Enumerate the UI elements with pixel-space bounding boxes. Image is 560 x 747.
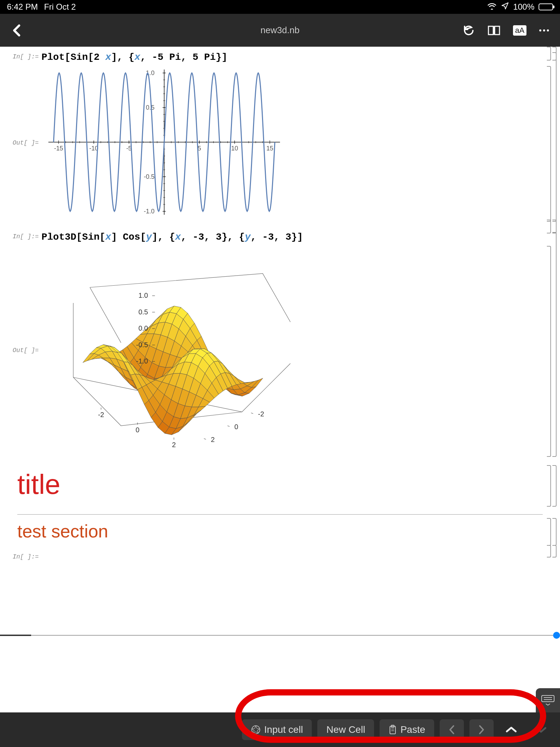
svg-point-1 <box>543 29 545 31</box>
out-label: Out[ ]= <box>0 139 41 146</box>
svg-text:15: 15 <box>267 145 273 152</box>
notebook-area[interactable]: In[ ]:= Plot[Sin[2 x], {x, -5 Pi, 5 Pi}]… <box>0 47 560 712</box>
svg-text:-1.0: -1.0 <box>144 208 155 215</box>
wolfram-icon <box>251 725 261 735</box>
svg-text:-15: -15 <box>54 145 63 152</box>
cell-insertion-cursor[interactable] <box>0 632 560 639</box>
new-cell-button[interactable]: New Cell <box>317 719 374 740</box>
svg-text:-2: -2 <box>258 410 264 418</box>
svg-text:-0.5: -0.5 <box>136 341 148 349</box>
svg-line-355 <box>204 439 206 439</box>
svg-text:2: 2 <box>211 436 215 443</box>
svg-text:-1.0: -1.0 <box>136 357 148 365</box>
cell-bracket[interactable] <box>543 246 557 455</box>
battery-icon <box>539 3 553 10</box>
status-date: Fri Oct 2 <box>44 2 76 12</box>
top-toolbar: new3d.nb aA <box>0 14 560 47</box>
title-cell[interactable]: title <box>0 455 560 511</box>
svg-line-351 <box>251 413 253 414</box>
collapse-up-button[interactable] <box>499 719 523 740</box>
input-code-3[interactable] <box>41 552 539 563</box>
svg-point-2 <box>547 29 549 31</box>
collapse-down-button[interactable] <box>529 719 553 740</box>
svg-line-353 <box>227 426 230 426</box>
in-label: In[ ]:= <box>0 52 41 60</box>
book-icon[interactable] <box>487 24 501 37</box>
in-label: In[ ]:= <box>0 552 41 560</box>
back-button[interactable] <box>10 24 24 37</box>
cell-bracket[interactable] <box>543 465 557 507</box>
keyboard-toggle[interactable] <box>536 688 560 712</box>
svg-text:0.5: 0.5 <box>146 104 155 111</box>
clipboard-icon <box>389 725 397 735</box>
refresh-button[interactable] <box>463 24 475 37</box>
in-label: In[ ]:= <box>0 232 41 240</box>
bottom-toolbar: Input cell New Cell Paste <box>0 712 560 747</box>
status-time: 6:42 PM <box>7 2 38 12</box>
document-title: new3d.nb <box>261 25 300 36</box>
input-code-1[interactable]: Plot[Sin[2 x], {x, -5 Pi, 5 Pi}] <box>41 52 539 63</box>
next-button[interactable] <box>469 719 494 740</box>
plot-output-1[interactable]: -15-10-551015-1.0-0.50.51.0 <box>41 66 283 218</box>
text-format-button[interactable]: aA <box>513 25 526 36</box>
cell-bracket[interactable] <box>543 545 557 563</box>
svg-rect-356 <box>542 695 554 702</box>
svg-text:-0.5: -0.5 <box>144 173 155 180</box>
prev-button[interactable] <box>440 719 464 740</box>
battery-percent: 100% <box>513 2 534 12</box>
more-button[interactable] <box>539 29 550 32</box>
out-label: Out[ ]= <box>0 347 41 354</box>
svg-point-0 <box>539 29 541 31</box>
wifi-icon <box>487 2 497 12</box>
plot3d-output[interactable]: -1.0-0.50.00.51.0-202-202 <box>41 246 297 453</box>
cell-bracket[interactable] <box>543 518 557 542</box>
section-cell[interactable]: test section <box>0 515 560 545</box>
svg-text:10: 10 <box>231 145 238 152</box>
cell-bracket[interactable] <box>543 66 557 220</box>
svg-text:1.0: 1.0 <box>138 292 148 299</box>
svg-text:-2: -2 <box>98 411 104 418</box>
svg-text:0.5: 0.5 <box>138 308 148 316</box>
location-icon <box>501 2 509 12</box>
svg-text:0: 0 <box>136 426 139 434</box>
paste-button[interactable]: Paste <box>380 719 434 740</box>
svg-text:0.0: 0.0 <box>138 324 148 332</box>
svg-text:2: 2 <box>172 441 176 449</box>
status-bar: 6:42 PM Fri Oct 2 100% <box>0 0 560 14</box>
input-cell-button[interactable]: Input cell <box>242 719 312 740</box>
input-code-2[interactable]: Plot3D[Sin[x] Cos[y], {x, -3, 3}, {y, -3… <box>41 232 539 242</box>
svg-text:0: 0 <box>234 423 238 431</box>
